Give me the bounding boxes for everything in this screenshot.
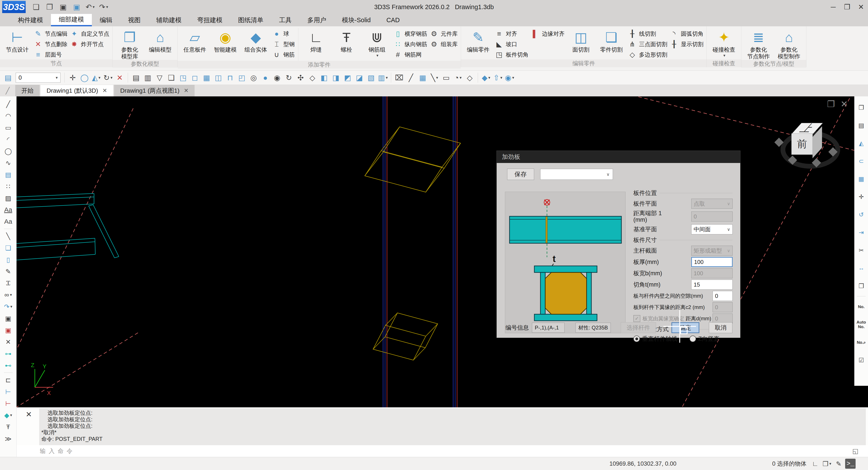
ribbon-btn-component-lib[interactable]: ⚙元件库 (429, 29, 458, 38)
tab-drawing1-view1[interactable]: Drawing1 (两点视图1)✕ (114, 85, 194, 96)
close-button[interactable]: ✕ (854, 0, 868, 13)
frame-icon[interactable]: ⊓ (224, 72, 236, 84)
sphere-icon[interactable]: ● (259, 72, 271, 84)
solid-view-icon[interactable]: ◆▾ (480, 72, 492, 84)
view-cube[interactable]: 上 前 (787, 118, 841, 170)
frame-nodes-icon[interactable]: ▣ (2, 312, 14, 324)
view-box-5-icon[interactable]: ◪ (353, 72, 365, 84)
hatch-icon[interactable]: ▨ (2, 192, 14, 204)
plate-corner-icon[interactable]: ◳ (177, 72, 189, 84)
wall-gap-input[interactable]: 0 (713, 291, 733, 301)
maximize-button[interactable]: ❐ (840, 0, 854, 13)
ribbon-btn-param-model-make[interactable]: ⌂参数化 模型制作 (775, 28, 803, 60)
ribbon-btn-edit-model[interactable]: ⌂编辑模型 (146, 28, 174, 53)
filter-icon[interactable]: ▽ (154, 72, 165, 84)
ribbon-btn-bolt[interactable]: Ŧ螺栓 (332, 28, 361, 53)
point-grid-icon[interactable]: ∷ (2, 180, 14, 192)
ribbon-btn-rebar-group[interactable]: ⋓钢筋组▾ (363, 28, 391, 58)
ribbon-btn-longitudinal-rebar[interactable]: ∷纵向钢筋 (393, 39, 427, 49)
line-icon[interactable]: ╱ (2, 98, 14, 110)
trim-icon[interactable]: ✂ (855, 241, 867, 259)
ribbon-btn-polygon-cut[interactable]: ◇多边形切割 (628, 50, 667, 59)
plate-solid-icon[interactable]: ▦ (201, 72, 212, 84)
frame-delete-icon[interactable]: ▣ (2, 324, 14, 336)
model-tree-icon[interactable]: ▤ (130, 72, 142, 84)
ribbon-btn-weld[interactable]: ∟焊缝 (302, 28, 330, 53)
ribbon-btn-assembly-lib[interactable]: ⚙组装库 (429, 39, 458, 49)
ribbon-btn-part-cut[interactable]: ❏零件切割 (597, 28, 625, 53)
radio-perpendicular-axis[interactable]: 垂直杆件轴线 (633, 335, 677, 343)
mirror-icon[interactable]: ◭ (855, 134, 867, 152)
checklist-icon[interactable]: ☑ (855, 351, 867, 369)
text-icon[interactable]: Aa (2, 216, 14, 227)
delete-icon[interactable]: ✕ (114, 72, 126, 84)
ellipse-icon[interactable]: ◯ (2, 145, 14, 157)
material-button[interactable]: 材性: Q235B (576, 323, 611, 333)
dialog-title[interactable]: 加劲板 (497, 151, 740, 163)
bend-arrow-icon[interactable]: ↷▾ (2, 301, 14, 312)
rotate-r-icon[interactable]: ↻ (283, 72, 295, 84)
minimize-button[interactable]: ─ (826, 0, 840, 13)
chain-icon[interactable]: ∞▾ (2, 289, 14, 301)
menu-tab-模块-Solid[interactable]: 模块-Solid (334, 14, 378, 26)
mirror-icon[interactable]: ◭▾ (90, 72, 102, 84)
layers-icon[interactable]: ▤ (2, 169, 14, 180)
ribbon-btn-edit-part[interactable]: ✎编辑零件 (464, 28, 492, 53)
ribbon-btn-cross-rebar[interactable]: ▯横穿钢筋 (393, 29, 427, 38)
preset-select[interactable]: ∨ (540, 169, 613, 180)
ucs-icon[interactable]: ✣ (295, 72, 306, 84)
text-underline-icon[interactable]: Aa (2, 204, 14, 216)
view-box-4-icon[interactable]: ◩ (342, 72, 353, 84)
base-plane-select[interactable]: 中间面∨ (691, 224, 733, 234)
more-icon[interactable]: ≫ (2, 433, 14, 444)
view-box-6-icon[interactable]: ▧ (365, 72, 377, 84)
ribbon-btn-node-edit[interactable]: ✎节点编辑 (33, 29, 67, 38)
ribbon-btn-smart-model[interactable]: ◉智能建模 (211, 28, 240, 53)
line-style-icon[interactable]: ╱ (405, 72, 417, 84)
close-window-icon[interactable]: ✕ (841, 99, 848, 109)
menu-tab-构件建模[interactable]: 构件建模 (10, 14, 51, 26)
bolt-icon[interactable]: Ŧ (2, 421, 14, 433)
chamfer-t-input[interactable]: 15 (691, 280, 733, 290)
arc-icon[interactable]: ◠ (2, 110, 14, 122)
plate-dashed-icon[interactable]: ◻ (189, 72, 201, 84)
ibeam-icon[interactable]: Ɪ (2, 277, 14, 289)
app-logo[interactable]: 3D3S (2, 1, 26, 13)
open-file-icon[interactable]: ❐ (44, 2, 55, 12)
ribbon-btn-three-point-cut[interactable]: ⋔三点面切割 (628, 39, 667, 49)
copy-objects-icon[interactable]: ❐ (855, 99, 867, 117)
sphere-dark-icon[interactable]: ◉ (271, 72, 283, 84)
plate-plane-select[interactable]: 点取∨ (691, 199, 733, 209)
ribbon-btn-align[interactable]: ≡对齐 (495, 29, 528, 38)
select-member-button[interactable]: 选择杆件 (621, 322, 656, 333)
number-info-value[interactable]: P-,1),(A-,1 (532, 323, 565, 333)
offset-icon[interactable]: ⊂ (855, 152, 867, 170)
no-display-icon[interactable]: ⌧ (393, 72, 405, 84)
ribbon-btn-ball[interactable]: ●球 (272, 29, 295, 38)
view-box-7-icon[interactable]: ▥▾ (377, 72, 389, 84)
menu-tab-多用户[interactable]: 多用户 (300, 14, 334, 26)
ribbon-btn-explode-node[interactable]: ✸炸开节点 (70, 39, 109, 49)
node-link-icon[interactable]: ⊶ (2, 348, 14, 359)
plate-menu-icon[interactable]: ◆▾ (2, 409, 14, 421)
ribbon-btn-node-delete[interactable]: ✕节点删除 (33, 39, 67, 49)
tab-drawing1-default3d[interactable]: Drawing1 (默认3D)✕ (40, 85, 113, 96)
ribbon-btn-arc-chamfer[interactable]: ◝圆弧切角 (670, 29, 704, 38)
ribbon-btn-bevel[interactable]: ◣坡口 (495, 39, 528, 49)
frame-cross-icon[interactable]: ✕ (2, 336, 14, 348)
snap-settings-icon[interactable]: ❒▾ (822, 459, 832, 469)
group-cubes-icon[interactable]: ❒ (855, 277, 867, 295)
menu-tab-工具[interactable]: 工具 (271, 14, 300, 26)
view-cube-front-face[interactable]: 前 (792, 133, 813, 155)
point-icon[interactable]: ◇ (464, 72, 475, 84)
menu-tab-弯扭建模[interactable]: 弯扭建模 (189, 14, 230, 26)
move-icon[interactable]: ✛ (67, 72, 79, 84)
export-view-icon[interactable]: ⇧▾ (492, 72, 504, 84)
node-link2-icon[interactable]: ⊷ (2, 359, 14, 371)
ribbon-btn-face-cut[interactable]: ◫面切割 (567, 28, 595, 53)
rectangle-icon[interactable]: ▭ (2, 122, 14, 133)
ribbon-btn-custom-node[interactable]: ✦自定义节点 (70, 29, 109, 38)
command-input[interactable]: 输入命令 (17, 445, 868, 457)
list-icon[interactable]: ▤ (855, 117, 867, 134)
ribbon-btn-profile-steel[interactable]: ⌶型钢 (272, 39, 295, 49)
